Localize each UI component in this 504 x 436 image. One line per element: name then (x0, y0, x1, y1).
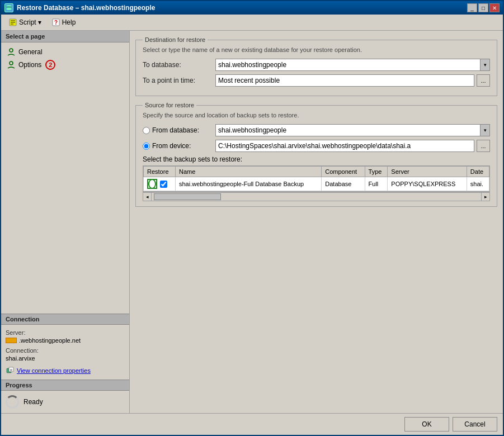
restore-checkbox[interactable] (160, 181, 167, 188)
left-panel-header: Select a page (1, 31, 129, 42)
restore-checkbox-wrapper: 1 (147, 179, 172, 189)
scroll-right-button[interactable]: ▸ (481, 192, 490, 201)
to-point-row: To a point in time: ... (143, 74, 490, 87)
progress-status: Ready (23, 398, 43, 406)
script-dropdown-arrow: ▾ (38, 18, 41, 26)
source-section: Source for restore Specify the source an… (135, 102, 497, 207)
from-device-label: From device: (152, 142, 191, 150)
minimize-button[interactable]: _ (467, 3, 477, 12)
scroll-left-button[interactable]: ◂ (143, 192, 152, 201)
server-indicator (6, 338, 17, 343)
to-database-select-wrapper: shai.webhostingpeople ▾ (215, 59, 490, 71)
bottom-bar: OK Cancel (1, 413, 503, 435)
from-device-radio[interactable] (143, 143, 150, 150)
h-scroll-thumb[interactable] (154, 193, 221, 200)
title-bar-left: Restore Database – shai.webhostingpeople (4, 3, 155, 12)
col-component: Component (322, 167, 365, 177)
annotation-2: 2 (45, 60, 55, 70)
to-database-label: To database: (143, 61, 215, 69)
date-cell: shai. (467, 177, 489, 191)
table-container: Restore Name Component Type Server Date (143, 165, 490, 192)
col-restore: Restore (144, 167, 176, 177)
svg-point-10 (10, 61, 13, 65)
from-database-row: From database: shai.webhostingpeople ▾ (143, 124, 490, 136)
progress-spinner (6, 395, 19, 409)
connection-panel: Connection Server: .webhostingpeople.net… (1, 314, 129, 380)
from-database-label: From database: (152, 126, 199, 134)
h-scrollbar-track (152, 192, 481, 201)
from-device-row: From device: ... (143, 140, 490, 152)
help-label: Help (62, 18, 76, 26)
source-description: Specify the source and location of backu… (143, 112, 490, 119)
server-label: Server: (6, 329, 125, 336)
sidebar-item-options[interactable]: Options 2 (3, 58, 127, 72)
col-server: Server (388, 167, 467, 177)
col-type: Type (365, 167, 388, 177)
script-button[interactable]: Script ▾ (4, 16, 45, 29)
maximize-button[interactable]: □ (478, 3, 488, 12)
nav-items: General Options 2 (1, 42, 129, 75)
from-database-select[interactable]: shai.webhostingpeople (215, 124, 490, 136)
db-icon (4, 3, 13, 12)
title-bar: Restore Database – shai.webhostingpeople… (1, 1, 503, 15)
server-name: .webhostingpeople.net (19, 337, 81, 344)
destination-description: Select or type the name of a new or exis… (143, 46, 490, 53)
close-button[interactable]: ✕ (489, 3, 500, 12)
right-panel: Destination for restore Select or type t… (130, 31, 503, 413)
sidebar-item-general-label: General (18, 48, 43, 56)
connection-content: Server: .webhostingpeople.net Connection… (1, 325, 129, 380)
to-database-select[interactable]: shai.webhostingpeople (215, 59, 490, 71)
sidebar-item-general[interactable]: General (3, 46, 127, 58)
options-icon (7, 60, 16, 69)
connection-link-label: View connection properties (17, 367, 91, 374)
col-name: Name (176, 167, 322, 177)
script-label: Script (19, 18, 36, 26)
from-device-browse-button[interactable]: ... (477, 140, 490, 152)
backup-table: Restore Name Component Type Server Date (143, 166, 489, 191)
content-area: Select a page General Options 2 (1, 31, 503, 413)
to-point-input[interactable] (215, 74, 474, 87)
view-connection-link[interactable]: View connection properties (6, 366, 125, 375)
col-date: Date (467, 167, 489, 177)
main-toolbar: Script ▾ ? Help (1, 15, 503, 31)
connection-value: shai.arvixe (6, 355, 125, 362)
source-legend: Source for restore (143, 102, 196, 108)
name-cell: shai.webhostingpeople-Full Database Back… (176, 177, 322, 191)
svg-point-2 (6, 8, 12, 10)
from-database-radio[interactable] (143, 127, 150, 134)
from-device-input[interactable] (215, 140, 474, 152)
to-database-row: To database: shai.webhostingpeople ▾ (143, 59, 490, 71)
left-panel: Select a page General Options 2 (1, 31, 130, 413)
server-cell: POPPY\SQLEXPRESS (388, 177, 467, 191)
window-title: Restore Database – shai.webhostingpeople (17, 4, 155, 12)
table-row: 1 shai.webhostingpeople-Full Database Ba… (144, 177, 489, 191)
type-cell: Full (365, 177, 388, 191)
title-bar-buttons: _ □ ✕ (467, 3, 500, 12)
restore-cell: 1 (144, 177, 176, 191)
from-device-radio-area: From device: (143, 142, 215, 150)
main-window: Restore Database – shai.webhostingpeople… (0, 0, 504, 436)
help-button[interactable]: ? Help (48, 16, 80, 29)
svg-text:?: ? (54, 20, 58, 26)
script-icon (8, 18, 17, 27)
svg-point-9 (10, 49, 13, 52)
destination-legend: Destination for restore (143, 36, 208, 43)
horizontal-scrollbar-area: ◂ ▸ (143, 192, 490, 201)
to-point-browse-button[interactable]: ... (477, 74, 490, 87)
destination-section: Destination for restore Select or type t… (135, 36, 497, 96)
table-wrapper: Restore Name Component Type Server Date (143, 165, 490, 201)
ok-button[interactable]: OK (404, 417, 449, 432)
server-value-row: .webhostingpeople.net (6, 337, 125, 344)
cancel-button[interactable]: Cancel (453, 417, 497, 432)
component-cell: Database (322, 177, 365, 191)
general-icon (7, 48, 16, 56)
backup-sets-label: Select the backup sets to restore: (143, 155, 490, 163)
sidebar-item-options-label: Options (18, 61, 41, 69)
connection-header: Connection (1, 314, 129, 325)
backup-sets-area: Select the backup sets to restore: Resto… (143, 155, 490, 201)
help-icon: ? (51, 18, 60, 27)
progress-panel: Progress Ready (1, 380, 129, 413)
progress-content: Ready (1, 391, 129, 413)
connection-label: Connection: (6, 347, 125, 354)
progress-header: Progress (1, 380, 129, 391)
